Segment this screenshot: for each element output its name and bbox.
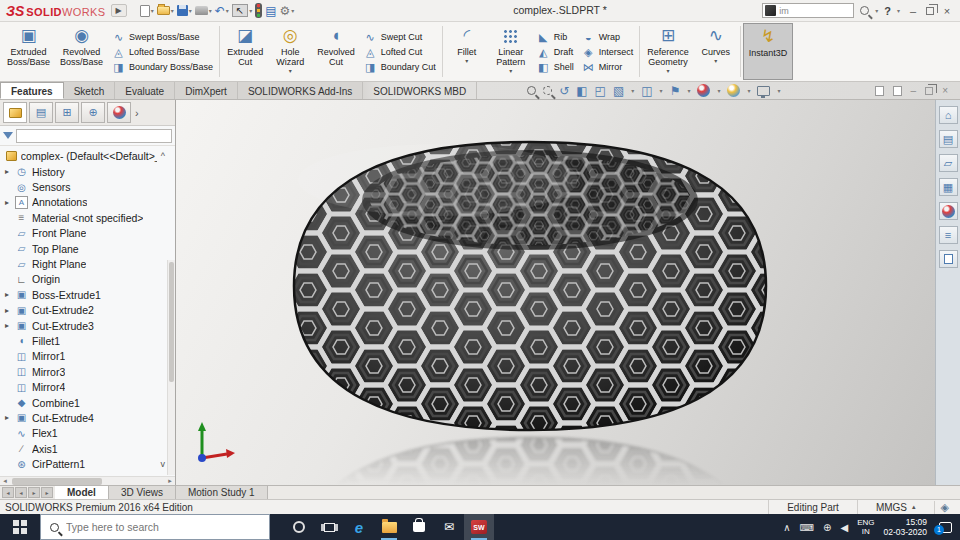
window-previous-icon[interactable] — [875, 86, 884, 96]
tree-item-cut-extrude2[interactable]: ▸▣Cut-Extrude2 — [0, 303, 175, 318]
scrollbar-thumb[interactable] — [12, 478, 102, 485]
expand-arrow-icon[interactable]: ▸ — [3, 167, 11, 176]
select-cursor-icon[interactable]: ↖ — [232, 4, 248, 17]
custom-properties-icon[interactable]: ≡ — [939, 226, 958, 244]
toolbar-expand-button[interactable]: ▶ — [111, 4, 127, 17]
displaymanager-tab[interactable] — [107, 102, 131, 123]
tree-horizontal-scrollbar[interactable]: ◂ ▸ — [0, 476, 175, 485]
tree-root-item[interactable]: complex- (Default<<Default>_Displa ^ — [0, 148, 175, 164]
view-orientation-caret[interactable]: ▾ — [631, 87, 634, 94]
view-settings-caret[interactable]: ▾ — [777, 87, 780, 94]
taskbar-search-input[interactable] — [66, 521, 260, 533]
tree-item-top-plane[interactable]: ▱Top Plane — [0, 241, 175, 256]
revolved-cut-button[interactable]: ◖ Revolved Cut — [312, 23, 360, 80]
configurationmanager-tab[interactable]: ⊞ — [55, 102, 79, 123]
display-style-button[interactable]: ◫ — [641, 84, 652, 98]
tree-item-right-plane[interactable]: ▱Right Plane — [0, 256, 175, 271]
select-caret[interactable]: ▾ — [249, 7, 252, 14]
extruded-boss-button[interactable]: ▣ Extruded Boss/Base — [2, 23, 55, 80]
hole-wizard-caret[interactable]: ▾ — [289, 68, 292, 74]
expand-arrow-icon[interactable]: ▸ — [3, 413, 11, 422]
dimxpertmanager-tab[interactable]: ⊕ — [81, 102, 105, 123]
tab-sketch[interactable]: Sketch — [64, 82, 116, 99]
tree-item-fillet1[interactable]: ◖Fillet1 — [0, 333, 175, 348]
tray-expand-icon[interactable]: ∧ — [783, 522, 790, 533]
linear-pattern-caret[interactable]: ▾ — [509, 68, 512, 74]
tree-scroll-up-icon[interactable]: ^ — [161, 151, 165, 161]
tree-item-boss-extrude1[interactable]: ▸▣Boss-Extrude1 — [0, 287, 175, 302]
taskbar-search[interactable] — [40, 514, 270, 540]
clock[interactable]: 15:09 02-03-2020 — [884, 517, 927, 537]
home-icon[interactable]: ⌂ — [939, 106, 958, 124]
open-caret[interactable]: ▾ — [171, 7, 174, 14]
appearances-icon[interactable] — [939, 202, 958, 220]
hide-show-caret[interactable]: ▾ — [687, 87, 690, 94]
window-next-icon[interactable] — [893, 86, 902, 96]
tab-motion-study-1[interactable]: Motion Study 1 — [176, 486, 268, 499]
edge-button[interactable]: e — [344, 514, 374, 540]
expand-arrow-icon[interactable]: ▸ — [3, 198, 11, 207]
tree-item-cut-extrude4[interactable]: ▸▣Cut-Extrude4 — [0, 410, 175, 425]
scroll-left-icon[interactable]: ◂ — [0, 477, 10, 485]
search-input[interactable] — [779, 6, 851, 16]
undo-caret[interactable]: ▾ — [226, 7, 229, 14]
print-icon[interactable] — [195, 6, 208, 15]
save-caret[interactable]: ▾ — [189, 7, 192, 14]
tab-scroll-first-icon[interactable]: ◂ — [2, 487, 14, 498]
hide-show-items-button[interactable]: ⚑ — [670, 84, 681, 98]
tree-item-front-plane[interactable]: ▱Front Plane — [0, 226, 175, 241]
swept-boss-button[interactable]: ∿Swept Boss/Base — [112, 31, 213, 43]
options-gear-icon[interactable]: ⚙ — [280, 4, 291, 18]
minimize-button[interactable]: – — [906, 5, 920, 17]
reference-geometry-caret[interactable]: ▾ — [667, 68, 670, 74]
tree-item-combine1[interactable]: ◆Combine1 — [0, 395, 175, 410]
expand-arrow-icon[interactable]: ▸ — [3, 306, 11, 315]
expand-arrow-icon[interactable]: ▸ — [3, 321, 11, 330]
save-icon[interactable] — [177, 5, 188, 16]
tab-scroll-last-icon[interactable]: ▸ — [41, 487, 53, 498]
scrollbar-thumb[interactable] — [169, 262, 174, 382]
tab-solidworks-mbd[interactable]: SOLIDWORKS MBD — [363, 82, 477, 99]
tab-model[interactable]: Model — [55, 486, 109, 499]
scroll-right-icon[interactable]: ▸ — [165, 477, 175, 485]
options-caret[interactable]: ▾ — [291, 7, 294, 14]
doc-restore-button[interactable] — [925, 87, 933, 95]
boundary-cut-button[interactable]: ◨Boundary Cut — [364, 61, 436, 73]
scene-caret[interactable]: ▾ — [747, 87, 750, 94]
units-selector[interactable]: MMGS▴ — [857, 500, 934, 514]
tree-filter-input[interactable] — [16, 129, 172, 143]
tree-item-flex1[interactable]: ∿Flex1 — [0, 426, 175, 441]
tree-item-mirror1[interactable]: ◫Mirror1 — [0, 349, 175, 364]
search-box[interactable] — [762, 3, 854, 18]
view-settings-button[interactable] — [757, 86, 770, 96]
extruded-cut-button[interactable]: ◪ Extruded Cut — [222, 23, 268, 80]
file-explorer-button[interactable] — [374, 514, 404, 540]
tree-item-annotations[interactable]: ▸AAnnotations — [0, 195, 175, 210]
new-caret[interactable]: ▾ — [151, 7, 154, 14]
tree-item-sensors[interactable]: ◎Sensors — [0, 179, 175, 194]
draft-button[interactable]: ◭Draft — [537, 46, 574, 58]
section-view-icon[interactable]: ◧ — [576, 84, 587, 98]
view-orientation-button[interactable]: ▧ — [613, 84, 624, 98]
revolved-boss-button[interactable]: ◉ Revolved Boss/Base — [55, 23, 108, 80]
previous-view-icon[interactable]: ↺ — [559, 84, 569, 98]
tree-item-axis1[interactable]: ∕Axis1 — [0, 441, 175, 456]
display-style-caret[interactable]: ▾ — [660, 87, 663, 94]
curves-button[interactable]: ∿ Curves ▾ — [694, 23, 738, 80]
tree-item-mirror3[interactable]: ◫Mirror3 — [0, 364, 175, 379]
open-icon[interactable] — [157, 6, 170, 15]
tab-scroll-right-icon[interactable]: ▸ — [28, 487, 40, 498]
rebuild-icon[interactable] — [255, 3, 262, 18]
search-icon[interactable] — [860, 6, 869, 15]
touch-keyboard-icon[interactable]: ⌨ — [800, 522, 814, 533]
restore-button[interactable] — [926, 7, 934, 15]
apply-scene-button[interactable] — [727, 84, 740, 97]
viewport-canvas[interactable] — [176, 100, 935, 485]
undo-icon[interactable]: ↶ — [215, 4, 225, 18]
reference-geometry-button[interactable]: ⊞ Reference Geometry ▾ — [642, 23, 694, 80]
tree-scroll-down-icon[interactable]: v — [161, 459, 166, 469]
tab-solidworks-addins[interactable]: SOLIDWORKS Add-Ins — [238, 82, 363, 99]
tab-evaluate[interactable]: Evaluate — [115, 82, 175, 99]
tree-item-history[interactable]: ▸◷History — [0, 164, 175, 179]
tab-features[interactable]: Features — [0, 82, 64, 99]
